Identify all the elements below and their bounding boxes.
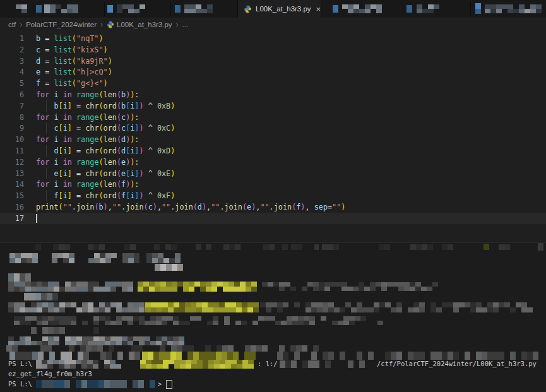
- redacted-text-block: [9, 352, 140, 360]
- code-text: f[i] = chr(ord(f[i]) ^ 0xF): [36, 190, 175, 201]
- code-text: b[i] = chr(ord(b[i]) ^ 0xB): [36, 100, 175, 112]
- redacted-text-block: [175, 5, 182, 13]
- code-line[interactable]: 10for i in range(len(d)):: [0, 134, 546, 145]
- code-line[interactable]: 15 f[i] = chr(ord(f[i]) ^ 0xF): [0, 190, 546, 201]
- code-text: c[i] = chr(ord(c[i]) ^ 0xC): [36, 122, 175, 134]
- tab-active-l00k-file[interactable]: L00K_at_h3r3.py ×: [237, 0, 321, 18]
- code-line[interactable]: 16print("".join(b),"".join(c),"".join(d)…: [0, 201, 546, 213]
- code-text: d[i] = chr(ord(d[i]) ^ 0xD): [36, 145, 175, 157]
- code-line[interactable]: 9 c[i] = chr(ord(c[i]) ^ 0xC): [0, 122, 546, 134]
- redacted-text-block: [282, 244, 288, 250]
- code-text: for i in range(len(d)):: [36, 134, 139, 145]
- terminal-prompt-arrow: >: [158, 379, 162, 388]
- redacted-text-block: [88, 244, 115, 250]
- code-line[interactable]: 1b = list("nqT"): [0, 33, 546, 44]
- code-text: b = list("nqT"): [36, 33, 104, 44]
- redacted-text-block: [260, 302, 537, 312]
- redacted-text-block: [8, 282, 138, 292]
- redacted-text-block: [155, 264, 188, 271]
- redacted-text-block: [129, 360, 138, 368]
- redacted-text-block: [262, 282, 442, 291]
- redacted-text-block: [9, 253, 42, 263]
- breadcrumb: ctf›PolarCTF_2024winter› L00K_at_h3r3.py…: [0, 18, 546, 30]
- redacted-text-block: [417, 4, 443, 13]
- terminal-run-mid: : l:/: [258, 359, 278, 368]
- line-number: 14: [0, 179, 24, 190]
- redacted-text-block: [263, 244, 276, 250]
- code-line[interactable]: 13 e[i] = chr(ord(e[i]) ^ 0xE): [0, 168, 546, 179]
- redacted-text-block: [16, 4, 30, 13]
- terminal-run-prefix: PS L:\: [8, 359, 32, 368]
- redacted-text-block: [145, 302, 259, 312]
- tab-label: L00K_at_h3r3.py: [256, 5, 311, 13]
- line-number: 16: [0, 201, 24, 213]
- redacted-text-block: [44, 4, 81, 13]
- redacted-text-block: [142, 352, 260, 360]
- code-line[interactable]: 3d = list("ka9jR"): [0, 56, 546, 67]
- line-number: 3: [0, 56, 24, 67]
- code-line[interactable]: 4e = list("h|>cQ"): [0, 66, 546, 78]
- redacted-text-block: [146, 253, 184, 263]
- redacted-text-block: [248, 244, 258, 250]
- redacted-text-block: [140, 360, 258, 369]
- redacted-text-block: [6, 345, 328, 352]
- code-text: c = list("kixS"): [36, 44, 108, 56]
- code-text: for i in range(len(b)):: [36, 89, 139, 100]
- breadcrumb-separator-icon: ›: [20, 20, 22, 29]
- code-line[interactable]: 8for i in range(len(c)):: [0, 112, 546, 123]
- redacted-text-block: [107, 5, 115, 13]
- line-number: 6: [0, 89, 24, 100]
- redacted-text-block: [379, 244, 395, 250]
- code-text: f = list("g<}<"): [36, 78, 108, 89]
- redacted-text-block: [353, 244, 372, 250]
- breadcrumb-item[interactable]: PolarCTF_2024winter: [26, 21, 97, 28]
- terminal-prompt-prefix: PS L:\: [8, 379, 32, 388]
- redacted-text-block: [410, 244, 436, 250]
- code-line[interactable]: 11 d[i] = chr(ord(d[i]) ^ 0xD): [0, 145, 546, 157]
- redacted-text-block: [35, 244, 44, 250]
- redacted-text-block: [148, 244, 179, 250]
- line-number: 11: [0, 145, 24, 157]
- redacted-text-block: [8, 336, 189, 345]
- breadcrumb-item[interactable]: ctf: [8, 21, 16, 28]
- redacted-text-block: [117, 4, 148, 13]
- code-line[interactable]: 14for i in range(len(f)):: [0, 179, 546, 190]
- redacted-text-block: [407, 5, 415, 13]
- python-file-icon: [107, 21, 114, 28]
- code-line[interactable]: 5f = list("g<}<"): [0, 78, 546, 89]
- code-editor[interactable]: 1b = list("nqT")2c = list("kixS")3d = li…: [0, 30, 546, 242]
- line-number: 1: [0, 33, 24, 44]
- terminal-cursor[interactable]: [166, 380, 172, 389]
- line-number: 13: [0, 168, 24, 179]
- tab-close-icon[interactable]: ×: [316, 4, 321, 14]
- redacted-text-block: [138, 282, 260, 292]
- vscode-window: L00K_at_h3r3.py × ctf›PolarCTF_2024winte…: [0, 0, 546, 392]
- redacted-text-block: [6, 244, 20, 250]
- code-text: print("".join(b),"".join(c),"".join(d),"…: [36, 201, 345, 213]
- code-line[interactable]: 7 b[i] = chr(ord(b[i]) ^ 0xB): [0, 100, 546, 112]
- redacted-text-block: [485, 4, 543, 13]
- tab-separator: [403, 2, 403, 16]
- tab-separator: [470, 2, 471, 16]
- redacted-text-block: [196, 244, 203, 250]
- code-line[interactable]: 17: [0, 213, 546, 224]
- redacted-text-block: [24, 293, 63, 300]
- redacted-text-block: [8, 316, 384, 325]
- line-number: 8: [0, 112, 24, 123]
- redacted-text-block: [53, 244, 73, 250]
- redacted-text-block: [206, 244, 213, 250]
- code-line[interactable]: 2c = list("kixS"): [0, 44, 546, 56]
- redacted-text-block: [538, 243, 545, 251]
- redacted-text-block: [8, 273, 37, 282]
- breadcrumb-item[interactable]: ...: [182, 21, 189, 28]
- tab-separator: [104, 2, 105, 16]
- redacted-text-block: [342, 4, 385, 13]
- redacted-text-block: [184, 4, 217, 13]
- redacted-text-block: [291, 244, 307, 250]
- code-line[interactable]: 6for i in range(len(b)):: [0, 89, 546, 100]
- terminal-script-path: /ctf/PolarCTF_2024winter/L00K_at_h3r3.py: [377, 359, 537, 368]
- redacted-text-block: [36, 360, 126, 369]
- code-line[interactable]: 12for i in range(len(e)):: [0, 157, 546, 168]
- redacted-text-block: [333, 5, 340, 13]
- breadcrumb-item[interactable]: L00K_at_h3r3.py: [107, 21, 172, 28]
